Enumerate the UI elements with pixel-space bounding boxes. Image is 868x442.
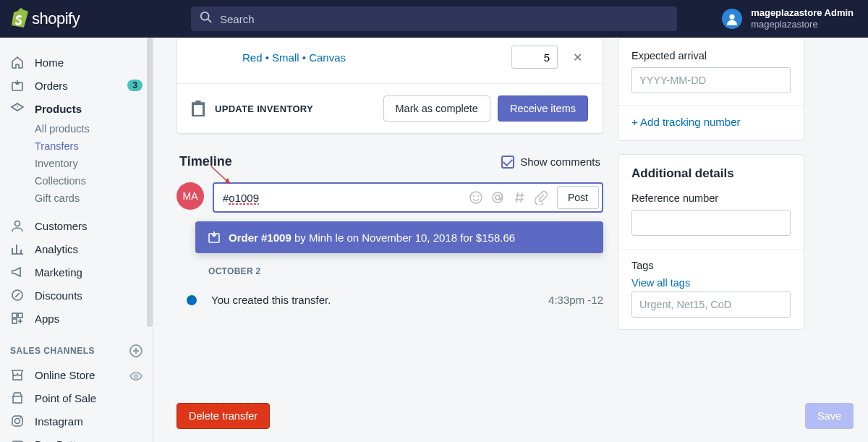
nav-all-products[interactable]: All products [0,120,153,137]
nav-instagram-label: Instagram [35,415,83,428]
svg-point-18 [473,195,475,197]
search-input[interactable] [220,13,668,25]
nav-buy-button[interactable]: Buy Button [0,433,153,442]
expected-arrival-input[interactable] [631,67,791,93]
view-all-tags-link[interactable]: View all tags [631,277,791,289]
comment-box[interactable]: #o1009 Post [213,182,603,213]
add-tracking-link[interactable]: + Add tracking number [631,116,741,128]
instagram-icon [10,414,25,428]
timeline-event-text: You created this transfer. [211,294,534,306]
timeline-title: Timeline [179,154,232,169]
reference-number-label: Reference number [631,192,791,204]
online-store-icon [10,367,25,382]
nav-marketing-label: Marketing [35,266,82,279]
svg-point-21 [495,195,500,200]
svg-point-0 [201,12,209,20]
nav-pos-label: Point of Sale [35,392,96,404]
delete-transfer-button[interactable]: Delete transfer [176,403,270,429]
nav-online-store-label: Online Store [35,369,95,381]
inventory-card: Red • Small • Canvas ✕ UPDATE INVENTORY … [176,38,603,134]
order-popup-text: Order #1009 by Minh le on November 10, 2… [229,231,515,244]
analytics-icon [10,242,25,256]
home-icon [10,55,25,69]
nav-instagram[interactable]: Instagram [0,409,153,433]
nav-gift-cards[interactable]: Gift cards [0,190,153,207]
nav-discounts[interactable]: Discounts [0,284,153,307]
save-button[interactable]: Save [805,403,854,429]
nav-home-label: Home [35,56,64,69]
main-content: Red • Small • Canvas ✕ UPDATE INVENTORY … [153,38,868,442]
variant-link[interactable]: Red • Small • Canvas [242,51,503,64]
nav-online-store[interactable]: Online Store [0,363,153,386]
nav-analytics-label: Analytics [35,243,78,255]
svg-line-1 [208,20,212,23]
shopify-bag-icon [10,7,29,30]
svg-point-4 [17,106,18,107]
receive-items-button[interactable]: Receive items [498,95,588,122]
remove-variant-button[interactable]: ✕ [566,46,588,68]
buy-button-icon [10,437,25,442]
apps-icon [10,311,25,326]
brand-logo[interactable]: shopify [0,7,174,30]
account-menu[interactable]: mageplazastore Admin mageplazastore [722,7,868,31]
expected-arrival-label: Expected arrival [631,50,791,61]
add-channel-icon[interactable] [129,344,142,357]
additional-details-title: Additional details [631,166,791,181]
comment-input-text[interactable]: o1009 [229,192,259,204]
products-icon [10,101,25,116]
timeline-dot-icon [187,295,197,305]
user-avatar: MA [176,182,204,210]
svg-point-20 [493,192,503,203]
sidebar: Home Orders 3 Products All products Tran… [0,38,153,442]
nav-discounts-label: Discounts [35,289,82,302]
svg-rect-7 [12,313,17,318]
view-store-icon[interactable] [129,370,142,379]
nav-analytics[interactable]: Analytics [0,237,153,260]
search-box[interactable] [191,7,677,31]
marketing-icon [10,265,25,279]
nav-home[interactable]: Home [0,51,153,74]
nav-transfers[interactable]: Transfers [0,137,153,155]
orders-badge: 3 [127,80,142,91]
svg-point-19 [477,195,479,197]
nav-customers[interactable]: Customers [0,214,153,237]
svg-point-5 [15,221,20,226]
reference-number-input[interactable] [631,210,791,236]
svg-rect-9 [12,319,17,323]
order-reference-popup[interactable]: Order #1009 by Minh le on November 10, 2… [195,221,603,253]
search-wrapper [174,7,722,31]
nav-marketing[interactable]: Marketing [0,260,153,284]
account-avatar-icon [722,9,742,29]
attachment-icon[interactable] [534,190,548,205]
quantity-input[interactable] [511,46,558,69]
post-button[interactable]: Post [557,186,599,209]
clipboard-icon [192,101,205,116]
svg-point-17 [470,192,482,203]
nav-products[interactable]: Products [0,97,153,120]
update-inventory-label: UPDATE INVENTORY [215,103,313,114]
nav-collections[interactable]: Collections [0,172,153,190]
svg-point-12 [15,419,20,424]
tags-input[interactable] [631,292,791,318]
nav-pos[interactable]: Point of Sale [0,386,153,409]
timeline-event-time: 4:33pm -12 [548,294,603,306]
show-comments-toggle[interactable]: Show comments [501,156,600,169]
top-bar: shopify mageplazastore Admin mageplazast… [0,0,868,38]
search-icon [200,11,213,27]
hashtag-icon[interactable] [512,190,527,205]
nav-apps-label: Apps [35,313,59,325]
nav-apps[interactable]: Apps [0,307,153,330]
comment-row: MA #o1009 Post [176,182,603,213]
nav-customers-label: Customers [35,220,88,232]
mention-icon[interactable] [490,190,505,205]
timeline-event: You created this transfer. 4:33pm -12 [187,294,603,306]
mark-complete-button[interactable]: Mark as complete [383,95,490,122]
emoji-icon[interactable] [469,190,483,205]
account-name: mageplazastore Admin [751,7,854,19]
timeline-date-header: OCTOBER 2 [208,266,603,276]
orders-icon [10,78,25,93]
nav-orders[interactable]: Orders 3 [0,74,153,97]
shipment-card: Expected arrival + Add tracking number [618,38,804,141]
nav-orders-label: Orders [35,80,68,92]
nav-inventory[interactable]: Inventory [0,155,153,172]
